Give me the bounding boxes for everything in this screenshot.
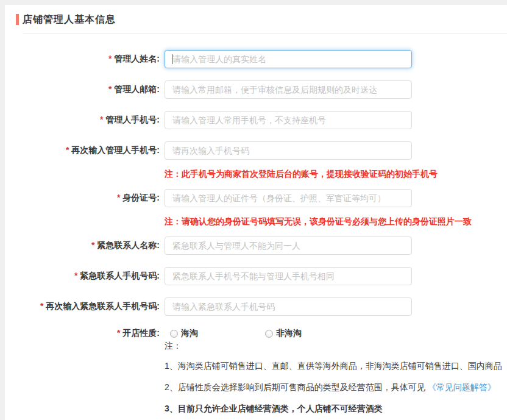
- emergency-phone-confirm-input[interactable]: [165, 297, 412, 316]
- shop-type-radio-group: 海淘 非海淘: [170, 328, 302, 339]
- form-row-manager-name: *管理人姓名:: [5, 50, 507, 68]
- accent-bar-icon: [16, 14, 19, 25]
- manager-name-label: *管理人姓名:: [5, 54, 160, 65]
- manager-phone-confirm-label: *再次输入管理人手机号:: [5, 145, 160, 156]
- text-caret: [172, 54, 173, 64]
- manager-phone-confirm-input[interactable]: [165, 141, 412, 160]
- manager-phone-input[interactable]: [165, 111, 412, 129]
- shop-type-label: *开店性质:: [5, 328, 160, 339]
- manager-name-input[interactable]: [165, 50, 412, 68]
- manager-info-form: *管理人姓名: *管理人邮箱: *管理人手机号: *再次输入管理人手机号:: [5, 34, 507, 415]
- manager-phone-label: *管理人手机号:: [5, 115, 160, 126]
- emergency-phone-confirm-label: *再次输入紧急联系人手机号码:: [5, 301, 160, 312]
- id-number-input[interactable]: [165, 189, 412, 207]
- required-marker: *: [40, 301, 43, 311]
- shop-type-note-2: 2、店铺性质会选择影响到后期可售商品的类型及经营范围，具体可见《常见问题解答》: [165, 381, 507, 393]
- required-marker: *: [91, 240, 94, 250]
- required-marker: *: [117, 193, 120, 202]
- form-row-shop-type: *开店性质: 海淘 非海淘: [5, 328, 507, 339]
- required-marker: *: [100, 115, 103, 124]
- form-row-manager-email: *管理人邮箱:: [5, 80, 507, 99]
- manager-email-label: *管理人邮箱:: [5, 84, 160, 95]
- id-number-label: *身份证号:: [5, 193, 160, 204]
- shop-manager-info-panel: 店铺管理人基本信息 *管理人姓名: *管理人邮箱: *管理人手机号: *再次输入…: [5, 5, 507, 420]
- form-row-emergency-phone: *紧急联系人手机号码:: [5, 267, 507, 285]
- shop-type-note-3: 3、目前只允许企业店铺经营酒类，个人店铺不可经营酒类: [165, 402, 507, 415]
- emergency-name-input[interactable]: [165, 237, 412, 255]
- form-row-emergency-phone-confirm: *再次输入紧急联系人手机号码:: [5, 297, 507, 316]
- faq-link[interactable]: 《常见问题解答》: [428, 382, 496, 392]
- emergency-name-label: *紧急联系人名称:: [5, 240, 160, 251]
- shop-type-note-1: 1、海淘类店铺可销售进口、直邮、直供等海外商品，非海淘类店铺可销售进口、国内商品: [165, 360, 507, 372]
- notes-heading: 注：: [165, 341, 507, 352]
- required-marker: *: [117, 328, 120, 338]
- emergency-phone-input[interactable]: [165, 267, 412, 285]
- page-title: 店铺管理人基本信息: [23, 13, 116, 26]
- required-marker: *: [108, 84, 112, 94]
- id-number-note: 注：请确认您的身份证号码填写无误，该身份证号必须与您上传的身份证照片一致: [165, 216, 507, 227]
- manager-phone-note: 注：此手机号为商家首次登陆后台的账号，提现接收验证码的初始手机号: [165, 169, 507, 180]
- required-marker: *: [74, 271, 77, 280]
- required-marker: *: [108, 54, 112, 63]
- required-marker: *: [66, 145, 69, 155]
- section-header: 店铺管理人基本信息: [5, 5, 507, 34]
- radio-haitao[interactable]: 海淘: [170, 328, 198, 339]
- radio-unchecked-icon: [265, 330, 273, 338]
- radio-non-haitao[interactable]: 非海淘: [265, 328, 302, 339]
- form-row-manager-phone: *管理人手机号:: [5, 111, 507, 129]
- form-row-manager-phone-confirm: *再次输入管理人手机号:: [5, 141, 507, 160]
- manager-email-input[interactable]: [165, 80, 412, 99]
- radio-unchecked-icon: [170, 330, 178, 338]
- emergency-phone-label: *紧急联系人手机号码:: [5, 271, 160, 282]
- form-row-emergency-name: *紧急联系人名称:: [5, 237, 507, 255]
- form-row-id-number: *身份证号:: [5, 189, 507, 207]
